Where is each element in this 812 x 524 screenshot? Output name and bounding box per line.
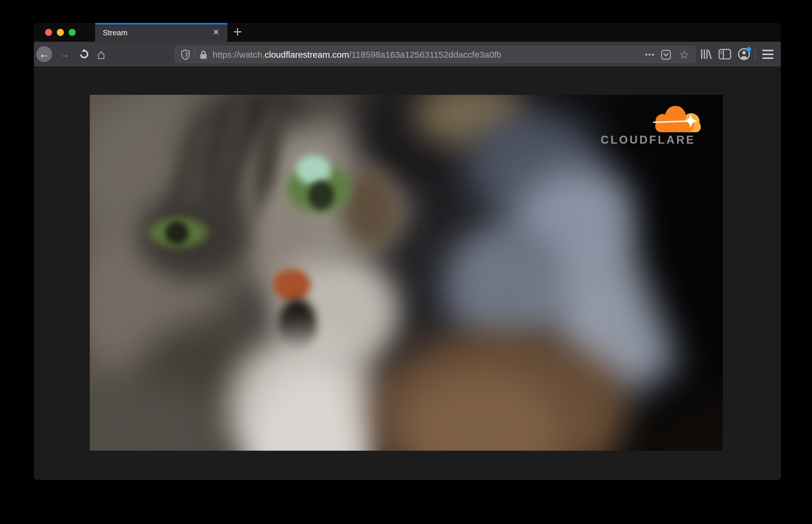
new-tab-button[interactable]: + [228, 23, 247, 42]
back-button[interactable]: ← [36, 46, 52, 62]
reload-icon [78, 48, 90, 60]
home-button[interactable]: ⌂ [93, 42, 109, 67]
tab-stream[interactable]: Stream × [95, 23, 227, 42]
sidebar-icon [718, 49, 731, 60]
tab-close-icon[interactable]: × [210, 23, 223, 42]
cat-nose [273, 269, 311, 301]
navigation-toolbar: ← → ⌂ http [34, 42, 781, 67]
cloudflare-cloud-icon [647, 104, 706, 136]
cloudflare-watermark: CLOUDFLARE [601, 104, 707, 154]
browser-window: Stream × + ← → ⌂ [34, 23, 781, 480]
urlbar-divider [194, 50, 195, 60]
window-minimize-button[interactable] [57, 29, 64, 36]
cloudflare-wordmark: CLOUDFLARE [601, 134, 707, 146]
url-domain: cloudflarestream.com [265, 50, 349, 60]
pocket-icon[interactable] [661, 49, 671, 61]
library-icon [700, 48, 712, 60]
tab-title: Stream [103, 23, 128, 42]
forward-button[interactable]: → [57, 42, 73, 67]
url-bar[interactable]: https://watch.cloudflarestream.com/11859… [175, 46, 695, 63]
account-notification-dot [746, 47, 751, 52]
cat-eye-right-highlight [296, 155, 331, 184]
page-content: CLOUDFLARE [34, 67, 781, 480]
tracking-protection-shield-icon[interactable] [181, 49, 190, 61]
reload-button[interactable] [76, 42, 92, 67]
https-lock-icon[interactable] [199, 50, 208, 61]
back-arrow-icon: ← [39, 48, 49, 60]
url-input[interactable]: https://watch.cloudflarestream.com/11859… [213, 46, 501, 63]
tab-bar: Stream × + [34, 23, 781, 42]
window-zoom-button[interactable] [69, 29, 76, 36]
home-icon: ⌂ [97, 46, 105, 62]
bookmark-star-icon[interactable]: ☆ [677, 46, 691, 63]
sidebar-toggle-button[interactable] [717, 42, 733, 67]
account-button[interactable] [736, 42, 752, 67]
url-path: /118598a163a125631152ddaccfe3a0fb [349, 50, 502, 60]
background-bottomright-dark [643, 401, 723, 451]
hamburger-menu-icon [762, 50, 774, 59]
url-scheme: https://watch. [213, 50, 265, 60]
toolbar-separator [755, 48, 756, 60]
forward-arrow-icon: → [60, 48, 70, 60]
app-menu-button[interactable] [760, 42, 776, 67]
window-close-button[interactable] [45, 29, 52, 36]
cat-eye-right-pupil [308, 181, 334, 210]
video-player[interactable]: CLOUDFLARE [90, 95, 723, 451]
page-actions-icon[interactable]: ••• [643, 46, 658, 63]
cat-eye-left-pupil [165, 222, 189, 244]
library-button[interactable] [698, 42, 714, 67]
